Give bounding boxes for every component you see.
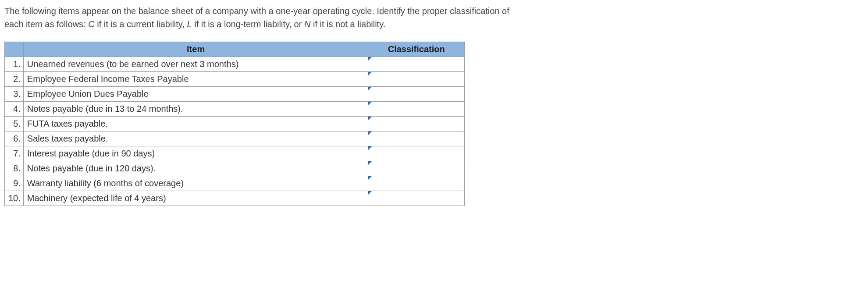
table-row: 3.Employee Union Dues Payable bbox=[5, 87, 465, 102]
row-classification-cell bbox=[368, 72, 465, 87]
classification-input[interactable] bbox=[368, 102, 464, 116]
classification-cell-wrapper bbox=[368, 146, 464, 161]
classification-input[interactable] bbox=[368, 117, 464, 131]
table-row: 4.Notes payable (due in 13 to 24 months)… bbox=[5, 102, 465, 117]
table-row: 6.Sales taxes payable. bbox=[5, 131, 465, 146]
classification-cell-wrapper bbox=[368, 72, 464, 86]
row-item: Unearned revenues (to be earned over nex… bbox=[23, 57, 368, 72]
row-item: Warranty liability (6 months of coverage… bbox=[23, 176, 368, 191]
row-number: 4. bbox=[5, 102, 24, 117]
instr-line2-pre: each item as follows: bbox=[4, 19, 88, 29]
table-row: 7.Interest payable (due in 90 days) bbox=[5, 146, 465, 161]
classification-input[interactable] bbox=[368, 72, 464, 86]
classification-input[interactable] bbox=[368, 87, 464, 101]
row-item: Notes payable (due in 120 days). bbox=[23, 161, 368, 176]
row-classification-cell bbox=[368, 161, 465, 176]
instr-n-suffix: if it is not a liability. bbox=[310, 19, 385, 29]
instructions-text: The following items appear on the balanc… bbox=[4, 4, 864, 31]
row-number: 7. bbox=[5, 146, 24, 161]
row-classification-cell bbox=[368, 131, 465, 146]
row-number: 9. bbox=[5, 176, 24, 191]
row-number: 1. bbox=[5, 57, 24, 72]
header-corner bbox=[5, 42, 24, 57]
row-item: Interest payable (due in 90 days) bbox=[23, 146, 368, 161]
dropdown-indicator-icon bbox=[368, 57, 372, 60]
dropdown-indicator-icon bbox=[368, 131, 372, 135]
table-header-row: Item Classification bbox=[5, 42, 465, 57]
table-row: 2.Employee Federal Income Taxes Payable bbox=[5, 72, 465, 87]
row-classification-cell bbox=[368, 102, 465, 117]
classification-input[interactable] bbox=[368, 131, 464, 146]
table-row: 10.Machinery (expected life of 4 years) bbox=[5, 191, 465, 206]
row-number: 3. bbox=[5, 87, 24, 102]
row-item: Notes payable (due in 13 to 24 months). bbox=[23, 102, 368, 117]
row-number: 10. bbox=[5, 191, 24, 206]
dropdown-indicator-icon bbox=[368, 146, 372, 150]
row-item: Employee Union Dues Payable bbox=[23, 87, 368, 102]
classification-cell-wrapper bbox=[368, 176, 464, 191]
row-classification-cell bbox=[368, 191, 465, 206]
row-item: Employee Federal Income Taxes Payable bbox=[23, 72, 368, 87]
dropdown-indicator-icon bbox=[368, 191, 372, 195]
instr-c: C bbox=[88, 19, 94, 29]
instr-l: L bbox=[187, 19, 192, 29]
row-number: 2. bbox=[5, 72, 24, 87]
dropdown-indicator-icon bbox=[368, 102, 372, 105]
row-classification-cell bbox=[368, 57, 465, 72]
classification-cell-wrapper bbox=[368, 102, 464, 116]
classification-input[interactable] bbox=[368, 57, 464, 71]
dropdown-indicator-icon bbox=[368, 176, 372, 180]
row-item: Sales taxes payable. bbox=[23, 131, 368, 146]
classification-input[interactable] bbox=[368, 146, 464, 161]
table-row: 5.FUTA taxes payable. bbox=[5, 117, 465, 131]
instr-n: N bbox=[304, 19, 310, 29]
row-classification-cell bbox=[368, 146, 465, 161]
classification-table: Item Classification 1.Unearned revenues … bbox=[4, 42, 465, 206]
classification-cell-wrapper bbox=[368, 57, 464, 71]
classification-cell-wrapper bbox=[368, 191, 464, 206]
dropdown-indicator-icon bbox=[368, 87, 372, 90]
instr-line1: The following items appear on the balanc… bbox=[4, 6, 509, 16]
row-classification-cell bbox=[368, 117, 465, 131]
instr-c-suffix: if it is a current liability, bbox=[95, 19, 187, 29]
row-classification-cell bbox=[368, 87, 465, 102]
row-number: 6. bbox=[5, 131, 24, 146]
row-item: FUTA taxes payable. bbox=[23, 117, 368, 131]
classification-cell-wrapper bbox=[368, 161, 464, 176]
header-item: Item bbox=[23, 42, 368, 57]
table-row: 9.Warranty liability (6 months of covera… bbox=[5, 176, 465, 191]
instr-l-suffix: if it is a long-term liability, or bbox=[192, 19, 304, 29]
classification-input[interactable] bbox=[368, 161, 464, 176]
classification-cell-wrapper bbox=[368, 87, 464, 101]
classification-cell-wrapper bbox=[368, 117, 464, 131]
classification-cell-wrapper bbox=[368, 131, 464, 146]
classification-input[interactable] bbox=[368, 176, 464, 191]
row-number: 8. bbox=[5, 161, 24, 176]
row-item: Machinery (expected life of 4 years) bbox=[23, 191, 368, 206]
dropdown-indicator-icon bbox=[368, 161, 372, 165]
dropdown-indicator-icon bbox=[368, 117, 372, 120]
row-classification-cell bbox=[368, 176, 465, 191]
classification-input[interactable] bbox=[368, 191, 464, 206]
table-row: 1.Unearned revenues (to be earned over n… bbox=[5, 57, 465, 72]
header-classification: Classification bbox=[368, 42, 465, 57]
dropdown-indicator-icon bbox=[368, 72, 372, 75]
table-row: 8.Notes payable (due in 120 days). bbox=[5, 161, 465, 176]
row-number: 5. bbox=[5, 117, 24, 131]
